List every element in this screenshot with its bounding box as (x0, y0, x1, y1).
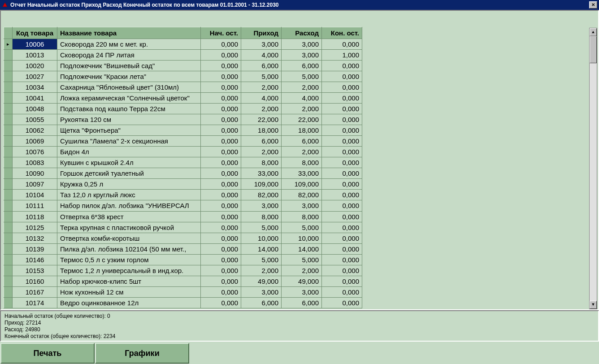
cell-start[interactable]: 0,000 (201, 61, 241, 71)
data-grid[interactable]: Код товара Название товара Нач. ост. При… (4, 27, 362, 308)
cell-end[interactable]: 0,000 (322, 265, 362, 276)
cell-start[interactable]: 0,000 (201, 276, 241, 286)
cell-in[interactable]: 2,000 (241, 265, 282, 276)
row-handle[interactable] (4, 179, 13, 190)
cell-start[interactable]: 0,000 (201, 168, 241, 179)
cell-start[interactable]: 0,000 (201, 243, 241, 254)
cell-code[interactable]: 10125 (13, 222, 57, 233)
table-row[interactable]: 10069Сушилка "Ламела" 2-х секционная0,00… (4, 136, 362, 147)
cell-name[interactable]: Сушилка "Ламела" 2-х секционная (57, 136, 201, 147)
cell-in[interactable]: 8,000 (241, 211, 282, 222)
cell-code[interactable]: 10111 (13, 200, 57, 211)
cell-out[interactable]: 18,000 (282, 125, 322, 136)
row-handle[interactable] (4, 190, 13, 200)
cell-code[interactable]: 10041 (13, 93, 57, 104)
header-end[interactable]: Кон. ост. (322, 27, 362, 39)
cell-name[interactable]: Термос 0,5 л с узким горлом (57, 254, 201, 265)
table-row[interactable]: 10076Бидон 4л0,0002,0002,0000,000 (4, 147, 362, 157)
cell-in[interactable]: 33,000 (241, 168, 282, 179)
scroll-down-button[interactable]: ▼ (590, 301, 597, 309)
cell-name[interactable]: Сковорода 24 ПР литая (57, 50, 201, 61)
cell-in[interactable]: 14,000 (241, 243, 282, 254)
cell-end[interactable]: 0,000 (322, 233, 362, 243)
cell-in[interactable]: 6,000 (241, 136, 282, 147)
cell-in[interactable]: 10,000 (241, 233, 282, 243)
cell-out[interactable]: 2,000 (282, 82, 322, 93)
table-row[interactable]: 10055Рукоятка 120 см0,00022,00022,0000,0… (4, 114, 362, 125)
cell-out[interactable]: 6,000 (282, 297, 322, 308)
cell-code[interactable]: 10097 (13, 179, 57, 190)
row-handle[interactable] (4, 157, 13, 168)
cell-name[interactable]: Набор крючков-клипс 5шт (57, 276, 201, 286)
cell-name[interactable]: Рукоятка 120 см (57, 114, 201, 125)
cell-end[interactable]: 0,000 (322, 222, 362, 233)
cell-code[interactable]: 10104 (13, 190, 57, 200)
scroll-thumb[interactable] (590, 36, 597, 63)
cell-out[interactable]: 14,000 (282, 243, 322, 254)
cell-end[interactable]: 0,000 (322, 104, 362, 114)
charts-button[interactable]: Графики (95, 343, 189, 364)
cell-in[interactable]: 4,000 (241, 50, 282, 61)
cell-end[interactable]: 1,000 (322, 50, 362, 61)
table-row[interactable]: 10097Кружка 0,25 л0,000109,000109,0000,0… (4, 179, 362, 190)
table-row[interactable]: 10062Щетка "Фронтьера"0,00018,00018,0000… (4, 125, 362, 136)
table-row[interactable]: 10146Термос 0,5 л с узким горлом0,0005,0… (4, 254, 362, 265)
row-handle[interactable]: ▸ (4, 39, 13, 50)
cell-in[interactable]: 22,000 (241, 114, 282, 125)
table-row[interactable]: 10111Набор пилок д/эл. лобзика "УНИВЕРСА… (4, 200, 362, 211)
cell-code[interactable]: 10069 (13, 136, 57, 147)
cell-start[interactable]: 0,000 (201, 222, 241, 233)
cell-start[interactable]: 0,000 (201, 190, 241, 200)
cell-start[interactable]: 0,000 (201, 211, 241, 222)
header-in[interactable]: Приход (241, 27, 282, 39)
cell-code[interactable]: 10055 (13, 114, 57, 125)
table-row[interactable]: 10020Подложечник "Вишневый сад"0,0006,00… (4, 61, 362, 71)
vertical-scrollbar[interactable]: ▲ ▼ (589, 28, 597, 309)
cell-start[interactable]: 0,000 (201, 147, 241, 157)
cell-start[interactable]: 0,000 (201, 71, 241, 82)
cell-start[interactable]: 0,000 (201, 125, 241, 136)
cell-name[interactable]: Сковорода 220 мм с мет. кр. (57, 39, 201, 50)
cell-in[interactable]: 49,000 (241, 276, 282, 286)
cell-code[interactable]: 10146 (13, 254, 57, 265)
table-row[interactable]: 10104Таз 12,0 л круглый люкс0,00082,0008… (4, 190, 362, 200)
cell-in[interactable]: 109,000 (241, 179, 282, 190)
cell-name[interactable]: Щетка "Фронтьера" (57, 125, 201, 136)
cell-out[interactable]: 49,000 (282, 276, 322, 286)
cell-end[interactable]: 0,000 (322, 71, 362, 82)
cell-out[interactable]: 6,000 (282, 61, 322, 71)
cell-end[interactable]: 0,000 (322, 136, 362, 147)
cell-in[interactable]: 3,000 (241, 39, 282, 50)
cell-start[interactable]: 0,000 (201, 93, 241, 104)
cell-name[interactable]: Отвертка 6*38 крест (57, 211, 201, 222)
cell-end[interactable]: 0,000 (322, 243, 362, 254)
header-out[interactable]: Расход (282, 27, 322, 39)
cell-start[interactable]: 0,000 (201, 114, 241, 125)
cell-out[interactable]: 109,000 (282, 179, 322, 190)
cell-out[interactable]: 5,000 (282, 222, 322, 233)
table-row[interactable]: 10174Ведро оцинкованное 12л0,0006,0006,0… (4, 297, 362, 308)
cell-out[interactable]: 2,000 (282, 104, 322, 114)
cell-name[interactable]: Отвертка комби-коротыш (57, 233, 201, 243)
cell-start[interactable]: 0,000 (201, 104, 241, 114)
row-handle[interactable] (4, 71, 13, 82)
table-row[interactable]: 10083Кувшин с крышкой 2.4л0,0008,0008,00… (4, 157, 362, 168)
cell-code[interactable]: 10034 (13, 82, 57, 93)
cell-in[interactable]: 5,000 (241, 71, 282, 82)
cell-in[interactable]: 6,000 (241, 61, 282, 71)
cell-code[interactable]: 10048 (13, 104, 57, 114)
row-handle[interactable] (4, 93, 13, 104)
row-handle[interactable] (4, 243, 13, 254)
header-handle[interactable] (4, 27, 13, 39)
cell-name[interactable]: Сахарница "Яблоневый цвет" (310мл) (57, 82, 201, 93)
row-handle[interactable] (4, 125, 13, 136)
cell-out[interactable]: 33,000 (282, 168, 322, 179)
header-name[interactable]: Название товара (57, 27, 201, 39)
table-row[interactable]: 10132Отвертка комби-коротыш0,00010,00010… (4, 233, 362, 243)
cell-out[interactable]: 3,000 (282, 286, 322, 297)
cell-out[interactable]: 10,000 (282, 233, 322, 243)
cell-code[interactable]: 10132 (13, 233, 57, 243)
cell-code[interactable]: 10062 (13, 125, 57, 136)
cell-out[interactable]: 2,000 (282, 265, 322, 276)
header-start[interactable]: Нач. ост. (201, 27, 241, 39)
